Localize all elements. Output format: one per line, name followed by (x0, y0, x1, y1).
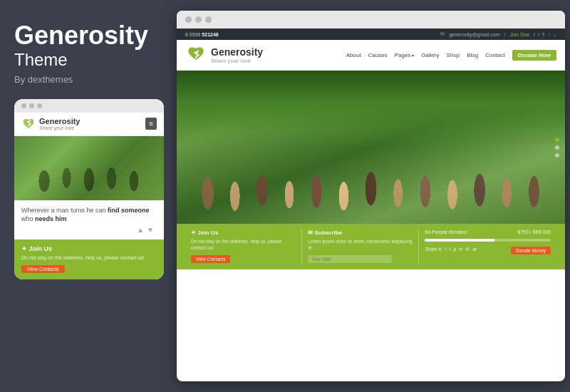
nav-causes[interactable]: Causes (368, 52, 388, 58)
nav-about[interactable]: About (346, 52, 361, 58)
mobile-titlebar (14, 99, 164, 113)
mobile-arrow-down[interactable]: ▼ (147, 226, 154, 234)
facebook-icon[interactable]: f (534, 32, 535, 37)
share-facebook[interactable]: f (445, 247, 447, 252)
mobile-logo-name: Generosity (39, 117, 80, 125)
bottom-join-text: Do not stay on the sidelines, help us, p… (191, 238, 296, 251)
theme-author: By dexthemes (14, 74, 160, 85)
bottom-join-section: ✦ Join Us Do not stay on the sidelines, … (185, 229, 302, 264)
desktop-nav-links: About Causes Pages Gallery Shop Blog Con… (346, 50, 556, 61)
topbar-separator: / (504, 32, 506, 37)
mobile-arrow-up[interactable]: ▲ (137, 226, 144, 234)
left-panel: Generosity Theme By dexthemes Generosity… (0, 0, 175, 392)
donate-progress-fill (425, 239, 494, 242)
mobile-join-title: ✦ Join Us (21, 245, 157, 252)
desktop-dot-1 (185, 16, 192, 23)
donate-amount: $750 / $68 000 (517, 229, 551, 237)
donate-count: 64 People donated (425, 229, 467, 234)
mobile-logo-tagline: Share your love (39, 125, 80, 130)
bottom-join-button[interactable]: View Contacts (191, 255, 230, 263)
desktop-logo: Generosity Share your love (185, 44, 263, 66)
bottom-subscribe-section: ✉ Subscribe Lorem ipsum dolor sit amet, … (302, 229, 419, 264)
desktop-dot-3 (205, 16, 212, 23)
desktop-logo-tagline: Share your love (211, 58, 263, 64)
mobile-dot-1 (21, 103, 26, 108)
share-linkedin[interactable]: in (459, 247, 462, 252)
nav-blog[interactable]: Blog (467, 52, 478, 58)
hero-dot-1[interactable] (555, 138, 559, 142)
desktop-logo-icon (185, 44, 207, 66)
desktop-mockup: 8 0938 521248 ✉ generosity@gmail.com / J… (177, 11, 565, 381)
mobile-dot-3 (37, 103, 42, 108)
topbar-email-icon: ✉ (440, 31, 445, 37)
mobile-hero-text-section: Wherever a man turns he can find someone… (14, 200, 164, 239)
desktop-logo-text: Generosity (211, 46, 263, 58)
mobile-arrows: ▲ ▼ (21, 226, 157, 234)
mobile-logo-icon (21, 117, 36, 131)
topbar-phone: 8 0938 521248 (185, 32, 219, 37)
share-label: Share It: (425, 247, 442, 252)
mobile-hero-text: Wherever a man turns he can find someone… (21, 206, 157, 224)
desktop-bottom-bar: ✦ Join Us Do not stay on the sidelines, … (177, 224, 565, 269)
donate-money-button[interactable]: Donate Money (511, 247, 551, 254)
nav-shop[interactable]: Shop (446, 52, 460, 58)
rss-icon[interactable]: ¶ (542, 32, 545, 37)
share-pinterest[interactable]: p (454, 247, 457, 252)
subscribe-email-input[interactable] (308, 255, 392, 263)
theme-subtitle: Theme (14, 50, 160, 70)
desktop-dot-2 (195, 16, 202, 23)
bottom-subscribe-text: Lorem ipsum dolor sit amet, consectetur … (308, 238, 413, 251)
donate-progress-bar (425, 239, 551, 242)
nav-contact[interactable]: Contact (485, 52, 505, 58)
bottom-donate-section: 64 People donated $750 / $68 000 Share I… (419, 229, 556, 264)
desktop-topbar: 8 0938 521248 ✉ generosity@gmail.com / J… (177, 29, 565, 40)
mobile-hero-people (14, 136, 164, 200)
nav-gallery[interactable]: Gallery (421, 52, 439, 58)
topbar-right: ✉ generosity@gmail.com / Join Doe f t ¶ … (440, 31, 556, 37)
desktop-nav: Generosity Share your love About Causes … (177, 40, 565, 71)
nav-pages[interactable]: Pages (395, 52, 414, 58)
hero-nav-dots (555, 138, 559, 158)
mobile-logo-area: Generosity Share your love (21, 117, 80, 131)
topbar-phone-number: 521248 (202, 32, 218, 37)
share-row: Share It: f t p in ✉ ar Donate Money (425, 244, 551, 254)
desktop-hero (177, 71, 565, 224)
mobile-join-button[interactable]: View Contacts (21, 265, 65, 273)
share-extra[interactable]: ar (472, 247, 477, 252)
mobile-dot-2 (29, 103, 34, 108)
search-icon[interactable]: ⌕ (554, 32, 556, 37)
nav-donate-button[interactable]: Donate Now (512, 50, 556, 61)
bottom-subscribe-title: ✉ Subscribe (308, 229, 413, 236)
hero-dot-2[interactable] (555, 145, 559, 150)
hero-dot-3[interactable] (555, 153, 559, 158)
mobile-join-section: ✦ Join Us Do not stay on the sidelines, … (14, 239, 164, 279)
bottom-join-title: ✦ Join Us (191, 229, 296, 236)
twitter-icon[interactable]: t (538, 32, 539, 37)
desktop-titlebar (177, 11, 565, 29)
mobile-nav: Generosity Share your love ≡ (14, 113, 164, 136)
share-email[interactable]: ✉ (465, 247, 470, 252)
topbar-join-user[interactable]: Join Doe (509, 32, 529, 37)
mobile-mockup: Generosity Share your love ≡ Wherever a … (14, 99, 164, 279)
theme-title: Generosity (14, 21, 160, 50)
topbar-email: generosity@gmail.com (449, 32, 499, 37)
lock-icon[interactable]: ⌂ (548, 32, 551, 37)
mobile-join-text: Do not stay on the sidelines, help us, p… (21, 254, 157, 261)
topbar-social-icons: f t ¶ ⌂ ⌕ (534, 32, 556, 37)
mobile-hamburger-icon[interactable]: ≡ (145, 118, 157, 130)
share-twitter[interactable]: t (450, 247, 451, 252)
mobile-hero-image (14, 136, 164, 200)
